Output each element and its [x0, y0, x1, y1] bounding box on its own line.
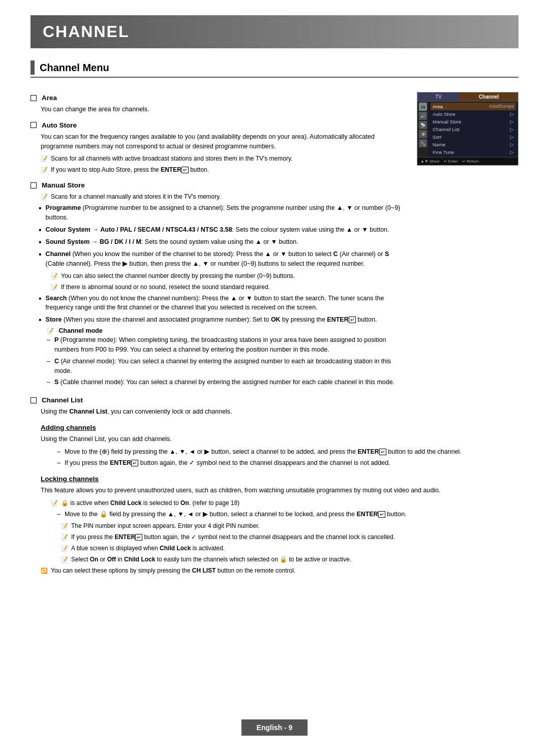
bullet-dot-2: • [39, 225, 42, 235]
mode-s: – S (Cable channel mode): You can select… [47, 377, 407, 387]
bullet-store: • Store (When you store the channel and … [39, 315, 407, 325]
locking-subnote2: 📝 If you press the ENTER↵ button again, … [61, 532, 518, 542]
locking-final-note-text: You can select these options by simply p… [51, 566, 295, 575]
tv-menu-header: TV Channel [417, 92, 518, 102]
menu-item-finetune-label: Fine Tune [433, 149, 454, 155]
manualstore-checkbox-icon [30, 182, 37, 188]
menu-item-channellist-arrow: ▷ [510, 127, 514, 132]
bullet-colour: • Colour System → Auto / PAL / SECAM / N… [39, 225, 407, 235]
locking-subnote4-text: Select On or Off in Child Lock to easily… [71, 555, 351, 564]
tv-menu-header-channel: Channel [460, 92, 518, 101]
adding-item-1-text: Move to the (⊕) field by pressing the ▲,… [65, 447, 462, 457]
tv-icon-2: 🔊 [419, 112, 427, 120]
locking-subnote3: 📝 A blue screen is displayed when Child … [61, 544, 518, 553]
mode-p: – P (Programme mode): When completing tu… [47, 335, 407, 355]
menu-item-name-arrow: ▷ [510, 142, 514, 147]
autostore-note2-text: If you want to stop Auto Store, press th… [51, 165, 407, 174]
dash-mark-add-2: – [57, 458, 60, 468]
locking-note1-text: 🔒 is active when Child Lock is selected … [61, 498, 239, 508]
bullet-dot-3: • [39, 237, 42, 247]
footer-enter: ↵ Enter [444, 159, 458, 164]
content-main: Area You can change the area for channel… [30, 87, 407, 389]
mode-c: – C (Air channel mode): You can select a… [47, 357, 407, 376]
note-icon-lock3: 📝 [61, 533, 68, 542]
locking-subnote1: 📝 The PIN number input screen appears. E… [61, 521, 518, 530]
tv-icon-3: 📡 [419, 121, 427, 129]
manualstore-title: Manual Store [42, 181, 85, 189]
adding-channels-intro: Using the Channel List, you can add chan… [41, 434, 518, 444]
tv-menu-items: Area Asia/Europe Auto Store ▷ Manual Sto… [429, 102, 518, 157]
section-title: Channel Menu [40, 62, 109, 74]
channellist-section: Channel List Using the Channel List, you… [30, 396, 518, 575]
manualstore-note1-text: Scans for a channel manually and stores … [51, 192, 407, 201]
channel-subnote2-text: If there is abnormal sound or no sound, … [61, 282, 270, 292]
manualstore-note1: 📝 Scans for a channel manually and store… [41, 192, 407, 201]
bullet-search: • Search (When you do not know the chann… [39, 294, 407, 313]
manualstore-heading: Manual Store [30, 181, 407, 189]
note-icon-lock2: 📝 [61, 522, 68, 530]
menu-item-finetune-arrow: ▷ [510, 149, 514, 155]
locking-channels-intro: This feature allows you to prevent unaut… [41, 486, 518, 495]
adding-item-2: – If you press the ENTER↵ button again, … [57, 458, 518, 468]
note-icon-lock5: 📝 [61, 555, 68, 564]
bullet-sound-text: Sound System → BG / DK / I / M: Sets the… [46, 237, 407, 247]
adding-item-2-text: If you press the ENTER↵ button again, th… [65, 458, 390, 468]
tv-menu-body: 📺 🔊 📡 ⚙ 🔧 Area Asia/Europe Auto Store [417, 102, 518, 157]
dash-mark-add-1: – [57, 447, 60, 457]
bullet-dot-5: • [39, 294, 42, 303]
tv-menu-header-tv: TV [417, 92, 460, 101]
channel-subnote2: 📝 If there is abnormal sound or no sound… [51, 282, 407, 292]
menu-item-channellist-label: Channel List [433, 127, 460, 132]
adding-item-1: – Move to the (⊕) field by pressing the … [57, 447, 518, 457]
locking-channels-title: Locking channels [41, 475, 518, 483]
locking-subnote2-text: If you press the ENTER↵ button again, th… [71, 532, 395, 542]
note-icon-lock4: 📝 [61, 544, 68, 553]
locking-subnote3-text: A blue screen is displayed when Child Lo… [71, 544, 225, 553]
locking-note1: 📝 🔒 is active when Child Lock is selecte… [51, 498, 518, 508]
area-checkbox-icon [30, 95, 37, 101]
locking-subnote1-text: The PIN number input screen appears. Ent… [71, 521, 260, 530]
menu-item-autostore-arrow: ▷ [510, 111, 514, 117]
tv-icon-5: 🔧 [419, 139, 427, 147]
autostore-para1: You can scan for the frequency ranges av… [41, 132, 407, 151]
footer-return: ↩ Return [462, 159, 479, 164]
menu-item-area: Area Asia/Europe [431, 103, 516, 110]
footer-label: English - 9 [257, 723, 293, 732]
content-with-menu: Area You can change the area for channel… [30, 87, 518, 389]
bullet-channel: • Channel (When you know the number of t… [39, 249, 407, 269]
adding-channels-title: Adding channels [41, 424, 518, 431]
adding-channels-section: Adding channels Using the Channel List, … [41, 424, 518, 468]
menu-item-autostore-label: Auto Store [433, 111, 455, 117]
locking-channels-section: Locking channels This feature allows you… [41, 475, 518, 575]
note-icon-5: 📝 [51, 283, 58, 292]
locking-final-note: 🔁 You can select these options by simply… [41, 566, 518, 575]
tv-menu-container: TV Channel 📺 🔊 📡 ⚙ 🔧 Area Asia/Eur [417, 92, 518, 389]
autostore-note1: 📝 Scans for all channels with active bro… [41, 154, 407, 163]
note-icon-lock6: 🔁 [41, 566, 48, 575]
menu-item-area-label: Area [433, 104, 443, 109]
menu-item-area-value: Asia/Europe [489, 104, 514, 109]
autostore-note2: 📝 If you want to stop Auto Store, press … [41, 165, 407, 174]
autostore-checkbox-icon [30, 122, 37, 128]
channel-mode-heading: 📝 Channel mode [47, 327, 407, 334]
section-bar-decoration [30, 60, 35, 75]
tv-icon-1: 📺 [419, 103, 427, 111]
channellist-title: Channel List [42, 396, 83, 404]
autostore-title: Auto Store [42, 121, 77, 129]
dash-mark-3: – [47, 377, 50, 387]
locking-item-1-text: Move to the 🔒 field by pressing the ▲, ▼… [65, 510, 407, 519]
menu-item-manualstore: Manual Store ▷ [431, 118, 516, 125]
note-icon-4: 📝 [51, 272, 58, 280]
channellist-heading: Channel List [30, 396, 518, 404]
bullet-colour-text: Colour System → Auto / PAL / SECAM / NTS… [46, 225, 407, 235]
dash-mark-lock-1: – [57, 510, 60, 519]
dash-mark-2: – [47, 357, 50, 366]
bullet-dot-6: • [39, 315, 42, 325]
tv-icon-4: ⚙ [419, 130, 427, 138]
mode-c-text: C (Air channel mode): You can select a c… [54, 357, 407, 376]
page: CHANNEL Channel Menu Area You can change… [0, 0, 549, 756]
area-text: You can change the area for channels. [41, 105, 407, 114]
note-icon-lock1: 📝 [51, 499, 58, 508]
channellist-checkbox-icon [30, 397, 37, 403]
channel-mode-label: Channel mode [58, 327, 102, 334]
